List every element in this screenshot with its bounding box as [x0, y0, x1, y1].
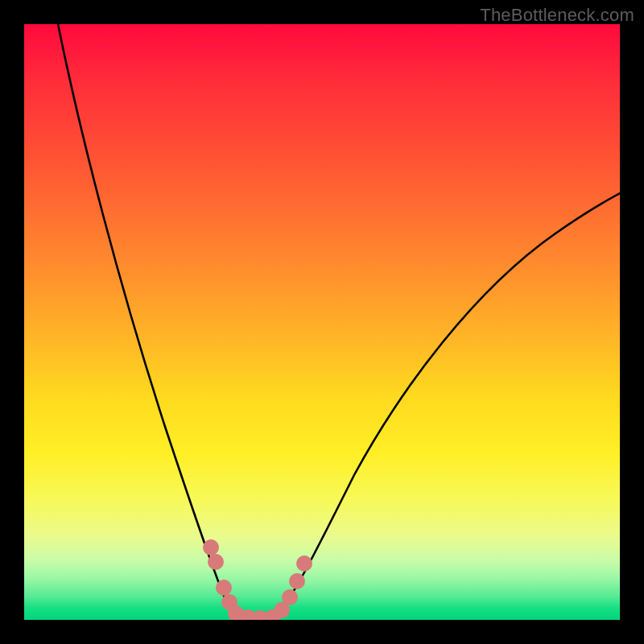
- marker-dot: [216, 580, 232, 596]
- marker-dot: [208, 554, 224, 570]
- watermark-text: TheBottleneck.com: [480, 5, 634, 26]
- right-curve: [274, 189, 620, 618]
- curve-layer: [24, 24, 620, 620]
- chart-frame: TheBottleneck.com: [0, 0, 644, 644]
- plot-area: [24, 24, 620, 620]
- marker-dot: [282, 589, 298, 605]
- left-curve: [56, 24, 242, 618]
- marker-dot: [296, 555, 312, 572]
- marker-group: [203, 539, 312, 620]
- marker-dot: [203, 539, 219, 555]
- marker-dot: [289, 573, 305, 589]
